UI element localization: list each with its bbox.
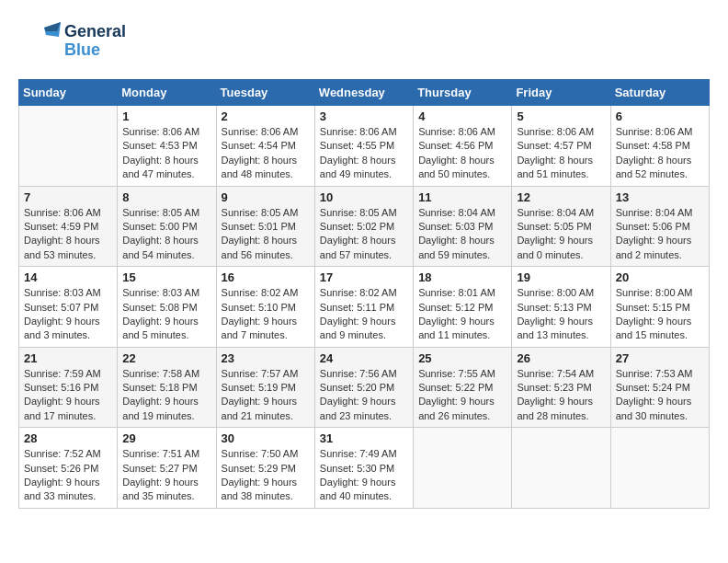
calendar-cell: 31Sunrise: 7:49 AMSunset: 5:30 PMDayligh… [314,428,413,509]
day-info: Sunrise: 8:00 AMSunset: 5:15 PMDaylight:… [616,286,704,343]
calendar-cell: 12Sunrise: 8:04 AMSunset: 5:05 PMDayligh… [512,186,610,267]
day-info: Sunrise: 8:04 AMSunset: 5:05 PMDaylight:… [517,206,605,263]
day-number: 31 [320,431,408,445]
day-info: Sunrise: 7:49 AMSunset: 5:30 PMDaylight:… [320,447,408,504]
calendar-cell: 21Sunrise: 7:59 AMSunset: 5:16 PMDayligh… [19,347,118,428]
day-number: 19 [517,270,605,284]
day-info: Sunrise: 7:52 AMSunset: 5:26 PMDaylight:… [24,447,112,504]
day-number: 20 [616,270,704,284]
calendar-cell [512,428,610,509]
logo-text: General Blue [64,23,126,60]
calendar-week-row: 21Sunrise: 7:59 AMSunset: 5:16 PMDayligh… [19,347,710,428]
day-number: 28 [24,431,112,445]
calendar-cell: 25Sunrise: 7:55 AMSunset: 5:22 PMDayligh… [414,347,512,428]
day-header-friday: Friday [512,80,610,106]
day-number: 2 [222,109,310,123]
day-number: 13 [616,190,704,204]
calendar-cell: 13Sunrise: 8:04 AMSunset: 5:06 PMDayligh… [610,186,709,267]
calendar-cell: 3Sunrise: 8:06 AMSunset: 4:55 PMDaylight… [314,106,413,187]
calendar-cell [414,428,512,509]
day-info: Sunrise: 8:05 AMSunset: 5:01 PMDaylight:… [222,206,310,263]
day-header-sunday: Sunday [19,80,118,106]
calendar-cell: 22Sunrise: 7:58 AMSunset: 5:18 PMDayligh… [118,347,216,428]
logo-bird-icon [18,18,64,64]
calendar-cell: 30Sunrise: 7:50 AMSunset: 5:29 PMDayligh… [216,428,314,509]
logo-container: General Blue [18,18,126,64]
day-header-tuesday: Tuesday [216,80,314,106]
day-info: Sunrise: 8:03 AMSunset: 5:08 PMDaylight:… [122,286,210,343]
day-info: Sunrise: 7:58 AMSunset: 5:18 PMDaylight:… [122,367,210,424]
calendar-cell: 16Sunrise: 8:02 AMSunset: 5:10 PMDayligh… [216,267,314,348]
day-number: 16 [222,270,310,284]
day-info: Sunrise: 7:51 AMSunset: 5:27 PMDaylight:… [122,447,210,504]
calendar-header-row: SundayMondayTuesdayWednesdayThursdayFrid… [19,80,710,106]
page-header: General Blue [18,18,710,64]
day-number: 21 [24,351,112,365]
day-number: 3 [320,109,408,123]
day-info: Sunrise: 8:02 AMSunset: 5:11 PMDaylight:… [320,286,408,343]
calendar-table: SundayMondayTuesdayWednesdayThursdayFrid… [18,79,710,509]
day-header-wednesday: Wednesday [314,80,413,106]
day-number: 5 [517,109,605,123]
calendar-week-row: 14Sunrise: 8:03 AMSunset: 5:07 PMDayligh… [19,267,710,348]
day-info: Sunrise: 8:06 AMSunset: 4:55 PMDaylight:… [320,125,408,182]
day-number: 9 [222,190,310,204]
logo-general: General [64,23,126,41]
calendar-cell: 6Sunrise: 8:06 AMSunset: 4:58 PMDaylight… [610,106,709,187]
calendar-cell: 17Sunrise: 8:02 AMSunset: 5:11 PMDayligh… [314,267,413,348]
calendar-week-row: 28Sunrise: 7:52 AMSunset: 5:26 PMDayligh… [19,428,710,509]
calendar-week-row: 1Sunrise: 8:06 AMSunset: 4:53 PMDaylight… [19,106,710,187]
day-info: Sunrise: 8:02 AMSunset: 5:10 PMDaylight:… [222,286,310,343]
calendar-cell: 15Sunrise: 8:03 AMSunset: 5:08 PMDayligh… [118,267,216,348]
day-number: 1 [122,109,210,123]
day-number: 23 [222,351,310,365]
day-number: 12 [517,190,605,204]
logo-blue: Blue [64,41,126,60]
calendar-cell: 28Sunrise: 7:52 AMSunset: 5:26 PMDayligh… [19,428,118,509]
day-info: Sunrise: 8:06 AMSunset: 4:58 PMDaylight:… [616,125,704,182]
day-number: 10 [320,190,408,204]
day-number: 26 [517,351,605,365]
day-number: 4 [418,109,506,123]
calendar-week-row: 7Sunrise: 8:06 AMSunset: 4:59 PMDaylight… [19,186,710,267]
day-number: 29 [122,431,210,445]
calendar-cell: 11Sunrise: 8:04 AMSunset: 5:03 PMDayligh… [414,186,512,267]
calendar-cell: 4Sunrise: 8:06 AMSunset: 4:56 PMDaylight… [414,106,512,187]
day-number: 17 [320,270,408,284]
day-number: 18 [418,270,506,284]
day-info: Sunrise: 8:04 AMSunset: 5:06 PMDaylight:… [616,206,704,263]
day-number: 11 [418,190,506,204]
calendar-cell: 7Sunrise: 8:06 AMSunset: 4:59 PMDaylight… [19,186,118,267]
day-info: Sunrise: 8:06 AMSunset: 4:57 PMDaylight:… [517,125,605,182]
day-header-monday: Monday [118,80,216,106]
day-number: 30 [222,431,310,445]
day-info: Sunrise: 8:03 AMSunset: 5:07 PMDaylight:… [24,286,112,343]
day-number: 27 [616,351,704,365]
day-header-thursday: Thursday [414,80,512,106]
calendar-cell: 5Sunrise: 8:06 AMSunset: 4:57 PMDaylight… [512,106,610,187]
calendar-cell: 2Sunrise: 8:06 AMSunset: 4:54 PMDaylight… [216,106,314,187]
day-number: 8 [122,190,210,204]
day-info: Sunrise: 7:54 AMSunset: 5:23 PMDaylight:… [517,367,605,424]
day-info: Sunrise: 8:00 AMSunset: 5:13 PMDaylight:… [517,286,605,343]
day-header-saturday: Saturday [610,80,709,106]
calendar-cell: 10Sunrise: 8:05 AMSunset: 5:02 PMDayligh… [314,186,413,267]
day-number: 7 [24,190,112,204]
day-number: 15 [122,270,210,284]
calendar-cell: 29Sunrise: 7:51 AMSunset: 5:27 PMDayligh… [118,428,216,509]
calendar-cell [19,106,118,187]
day-info: Sunrise: 8:01 AMSunset: 5:12 PMDaylight:… [418,286,506,343]
day-number: 6 [616,109,704,123]
calendar-cell: 14Sunrise: 8:03 AMSunset: 5:07 PMDayligh… [19,267,118,348]
day-info: Sunrise: 7:55 AMSunset: 5:22 PMDaylight:… [418,367,506,424]
day-info: Sunrise: 8:06 AMSunset: 4:59 PMDaylight:… [24,206,112,263]
calendar-cell: 23Sunrise: 7:57 AMSunset: 5:19 PMDayligh… [216,347,314,428]
calendar-cell: 27Sunrise: 7:53 AMSunset: 5:24 PMDayligh… [610,347,709,428]
day-info: Sunrise: 8:05 AMSunset: 5:00 PMDaylight:… [122,206,210,263]
day-info: Sunrise: 8:06 AMSunset: 4:54 PMDaylight:… [222,125,310,182]
day-number: 14 [24,270,112,284]
calendar-cell [610,428,709,509]
calendar-cell: 26Sunrise: 7:54 AMSunset: 5:23 PMDayligh… [512,347,610,428]
calendar-cell: 24Sunrise: 7:56 AMSunset: 5:20 PMDayligh… [314,347,413,428]
calendar-cell: 18Sunrise: 8:01 AMSunset: 5:12 PMDayligh… [414,267,512,348]
